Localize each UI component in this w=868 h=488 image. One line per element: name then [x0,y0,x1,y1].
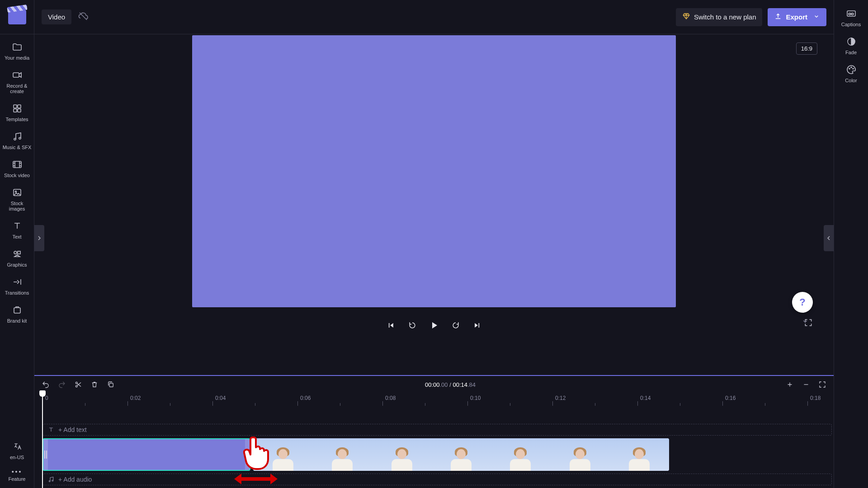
preview-area: 16:9 [34,34,834,375]
svg-point-14 [75,385,77,387]
dots-icon: ••• [12,468,23,475]
sidebar-item-your-media[interactable]: Your media [0,37,34,65]
svg-rect-4 [18,109,21,112]
sidebar-item-templates[interactable]: Templates [0,99,34,127]
redo-button[interactable] [57,380,67,389]
ruler-tick [722,401,723,406]
clip-handle-right[interactable] [245,439,250,470]
ruler-tick [552,401,553,406]
expand-left-panel[interactable] [34,225,44,251]
help-fab[interactable]: ? [792,292,813,313]
cloud-off-icon[interactable] [78,11,89,23]
svg-point-9 [15,191,16,192]
app-logo[interactable] [0,0,34,34]
preview-stage[interactable] [192,35,676,307]
chevron-down-icon [813,13,820,21]
play-button[interactable] [427,319,441,332]
add-audio-track[interactable]: + Add audio [42,474,832,485]
sidebar-item-label: Your media [5,55,29,61]
time-total-ms: .84 [467,381,476,388]
undo-button[interactable] [41,380,51,389]
ruler-tick [382,401,383,406]
ruler-label: 0 [45,395,48,401]
locale-switcher[interactable]: en-US [0,437,34,465]
fit-timeline-button[interactable] [817,380,827,389]
playback-controls: ? [34,314,834,337]
more-features[interactable]: ••• Feature [0,465,34,488]
media-clip[interactable] [253,438,669,471]
delete-button[interactable] [90,380,99,389]
video-icon [11,158,24,171]
skip-end-button[interactable] [471,319,484,332]
ruler-label: 0:06 [300,395,311,401]
transitions-icon [11,276,24,288]
duplicate-button[interactable] [106,380,116,389]
svg-point-21 [851,67,852,68]
sidebar-item-label: Stock images [9,201,25,211]
clapper-icon [8,10,26,24]
sidebar: Your media Record & create Templates Mus… [0,0,34,488]
ruler-label: 0:04 [215,395,226,401]
sidebar-item-graphics[interactable]: Graphics [0,244,34,272]
zoom-out-button[interactable] [801,380,811,389]
time-current-ms: .00 [440,381,448,388]
project-title[interactable]: Video [42,9,71,24]
timeline-ruler[interactable]: 00:020:040:060:080:100:120:140:160:18 [34,393,834,406]
timeline-timecode: 00:00.00 / 00:14.84 [122,381,778,388]
right-item-color[interactable]: Color [834,60,868,88]
video-track [42,438,832,471]
split-button[interactable] [73,380,83,389]
right-item-label: Fade [845,50,857,55]
sidebar-item-record-create[interactable]: Record & create [0,65,34,99]
sidebar-item-transitions[interactable]: Transitions [0,272,34,300]
right-item-label: Color [845,78,857,83]
expand-right-panel[interactable] [824,225,834,251]
sidebar-item-stock-video[interactable]: Stock video [0,155,34,183]
sidebar-item-brand-kit[interactable]: Brand kit [0,300,34,328]
svg-point-6 [19,137,21,139]
svg-point-5 [14,138,16,140]
sidebar-item-label: Graphics [7,262,27,267]
add-text-track[interactable]: + Add text [42,424,832,436]
aspect-ratio-chip[interactable]: 16:9 [796,42,817,55]
color-clip-selected[interactable] [42,438,250,471]
time-sep: / [448,381,453,388]
add-audio-label: + Add audio [58,476,92,483]
sidebar-item-label: Text [12,234,21,239]
ruler-tick [127,401,128,406]
export-label: Export [786,13,807,21]
switch-plan-button[interactable]: Switch to a new plan [676,8,763,26]
ruler-label: 0:10 [470,395,481,401]
zoom-in-button[interactable] [785,380,795,389]
help-expand[interactable] [801,317,809,328]
svg-point-10 [14,251,17,254]
brand-icon [11,304,24,316]
ruler-label: 0:18 [810,395,821,401]
right-item-captions[interactable]: Captions [834,4,868,32]
sidebar-item-stock-images[interactable]: Stock images [0,183,34,216]
topbar: Video Switch to a new plan Export [34,0,834,34]
ruler-tick [807,401,808,406]
svg-point-22 [853,68,854,69]
ruler-label: 0:02 [130,395,141,401]
locale-icon [13,442,22,453]
seek-back-button[interactable] [406,319,419,332]
svg-rect-1 [14,105,17,108]
sidebar-item-label: Transitions [5,290,29,296]
sidebar-item-music-sfx[interactable]: Music & SFX [0,127,34,155]
svg-rect-11 [18,251,20,254]
clip-handle-left[interactable] [43,439,48,470]
skip-start-button[interactable] [384,319,397,332]
right-item-fade[interactable]: Fade [834,32,868,60]
export-button[interactable]: Export [768,8,826,26]
svg-point-20 [849,68,850,69]
seek-forward-button[interactable] [449,319,462,332]
sidebar-item-label: Stock video [4,173,30,178]
color-icon [845,63,858,76]
switch-plan-label: Switch to a new plan [694,13,756,21]
ruler-label: 0:08 [385,395,396,401]
svg-point-17 [52,480,53,481]
graphics-icon [11,248,24,260]
upload-icon [774,12,782,22]
sidebar-item-text[interactable]: Text [0,216,34,244]
